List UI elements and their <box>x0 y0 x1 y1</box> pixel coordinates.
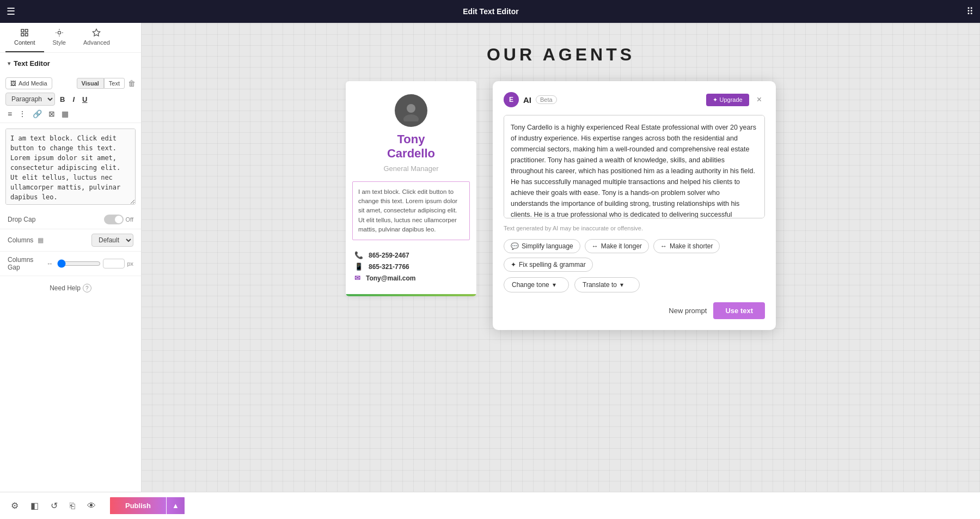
italic-button[interactable]: I <box>70 94 77 105</box>
fix-spelling-button[interactable]: ✦ Fix spelling & grammar <box>504 258 593 272</box>
ai-beta-badge: Beta <box>536 95 557 104</box>
new-prompt-button[interactable]: New prompt <box>669 307 707 315</box>
tabs-row: Content Style Advanced <box>0 23 141 53</box>
change-tone-arrow: ▾ <box>553 281 556 289</box>
settings-icon-button[interactable]: ⚙ <box>8 497 22 514</box>
add-media-button[interactable]: 🖼 Add Media <box>5 77 52 89</box>
publish-button[interactable]: Publish <box>110 497 166 514</box>
bold-button[interactable]: B <box>57 94 68 105</box>
history-icon-button[interactable]: ↺ <box>47 497 61 514</box>
hamburger-icon[interactable]: ☰ <box>7 5 15 17</box>
canvas-area: OUR AGENTS Tony Cardello Genera <box>142 23 980 492</box>
ai-text-area[interactable]: Tony Cardello is a highly experienced Re… <box>504 115 765 218</box>
columns-label: Columns <box>8 236 33 244</box>
agent-name: Tony Cardello <box>387 132 435 161</box>
page-title: Edit Text Editor <box>21 7 961 16</box>
drop-cap-label: Drop Cap <box>8 216 100 223</box>
underline-button[interactable]: U <box>79 94 90 105</box>
agent-phone2: 📱 865-321-7766 <box>354 262 468 271</box>
make-shorter-button[interactable]: ↔ Make it shorter <box>653 239 720 253</box>
svg-rect-0 <box>21 29 24 32</box>
agent-contacts: 📞 865-259-2467 📱 865-321-7766 ✉ Tony@mai… <box>346 247 476 294</box>
ai-panel-header: E AI Beta ✦ Upgrade × <box>504 92 765 107</box>
email-icon: ✉ <box>354 274 360 282</box>
use-text-button[interactable]: Use text <box>713 302 765 319</box>
agent-phone1: 📞 865-259-2467 <box>354 251 468 259</box>
agent-text-block[interactable]: I am text block. Click edit button to ch… <box>352 181 470 240</box>
columns-gap-slider[interactable] <box>57 259 101 268</box>
drop-cap-toggle[interactable]: Off <box>104 215 133 224</box>
drop-cap-row: Drop Cap Off <box>0 210 141 229</box>
preview-icon-button[interactable]: 👁 <box>84 498 99 514</box>
ai-dropdown-row: Change tone ▾ Translate to ▾ <box>504 277 765 292</box>
tab-style[interactable]: Style <box>44 23 75 52</box>
card-bottom-bar <box>346 294 476 296</box>
layers-icon-button[interactable]: ◧ <box>27 497 42 514</box>
translate-to-label: Translate to <box>583 281 617 289</box>
need-help-row[interactable]: Need Help ? <box>0 276 141 300</box>
agent-title: General Manager <box>383 164 438 173</box>
change-tone-label: Change tone <box>512 281 549 289</box>
left-panel: Content Style Advanced ▾ Text Editor 🖼 A… <box>0 23 142 492</box>
ai-close-button[interactable]: × <box>754 94 765 106</box>
main-area: Content Style Advanced ▾ Text Editor 🖼 A… <box>0 23 980 492</box>
columns-select[interactable]: Default <box>91 234 133 247</box>
longer-icon: ↔ <box>592 242 598 250</box>
ai-footer: New prompt Use text <box>504 302 765 319</box>
view-toggle: Visual Text <box>77 78 125 89</box>
list-ul-button[interactable]: ≡ <box>5 108 14 119</box>
translate-to-dropdown[interactable]: Translate to ▾ <box>574 277 640 292</box>
ai-disclaimer: Text generated by AI may be inaccurate o… <box>504 225 765 231</box>
columns-gap-input[interactable] <box>103 259 125 268</box>
ai-action-row: 💬 Simplify language ↔ Make it longer ↔ M… <box>504 239 765 272</box>
trash-button[interactable]: 🗑 <box>128 79 136 88</box>
tab-content[interactable]: Content <box>5 23 44 52</box>
shorter-icon: ↔ <box>660 242 667 250</box>
section-title: Text Editor <box>14 59 50 68</box>
ai-panel: E AI Beta ✦ Upgrade × Tony Cardello is a… <box>493 81 776 330</box>
agent-email: ✉ Tony@mail.com <box>354 274 468 282</box>
help-icon: ? <box>83 284 91 292</box>
tab-advanced[interactable]: Advanced <box>75 23 119 52</box>
table-button[interactable]: ▦ <box>59 108 71 119</box>
navigator-icon-button[interactable]: ⎗ <box>66 498 78 514</box>
bottom-toolbar: ⚙ ◧ ↺ ⎗ 👁 Publish ▲ <box>0 492 980 519</box>
publish-group: Publish ▲ <box>110 496 185 516</box>
publish-chevron-button[interactable]: ▲ <box>167 497 185 514</box>
ai-name-label: AI <box>523 95 531 105</box>
unlink-button[interactable]: ⊠ <box>46 108 57 119</box>
svg-point-6 <box>403 114 419 121</box>
list-ol-button[interactable]: ⋮ <box>16 108 28 119</box>
phone2-icon: 📱 <box>354 262 363 271</box>
columns-icon: ▦ <box>38 236 44 244</box>
drop-cap-state: Off <box>126 216 133 223</box>
columns-gap-label: Columns Gap <box>8 256 42 271</box>
paragraph-select[interactable]: Paragraph <box>5 93 55 106</box>
section-arrow: ▾ <box>8 60 10 66</box>
svg-rect-2 <box>21 33 24 36</box>
agent-avatar <box>395 94 427 127</box>
columns-gap-icon: ↔ <box>46 260 53 267</box>
section-header[interactable]: ▾ Text Editor <box>0 53 141 74</box>
svg-rect-1 <box>26 29 28 32</box>
phone1-icon: 📞 <box>354 251 363 259</box>
make-longer-button[interactable]: ↔ Make it longer <box>585 239 649 253</box>
simplify-language-button[interactable]: 💬 Simplify language <box>504 239 580 253</box>
svg-point-4 <box>58 31 60 34</box>
text-editor-area[interactable]: I am text block. Click edit button to ch… <box>5 129 136 205</box>
editor-toolbar: 🖼 Add Media Visual Text 🗑 Paragraph B I … <box>0 74 141 123</box>
need-help-label: Need Help <box>50 284 81 292</box>
agent-cards-row: Tony Cardello General Manager I am text … <box>346 81 776 330</box>
ai-logo: E <box>504 92 519 107</box>
columns-gap-row: Columns Gap ↔ px <box>0 252 141 276</box>
columns-row: Columns ▦ Default <box>0 229 141 252</box>
svg-rect-3 <box>26 33 28 36</box>
text-view-button[interactable]: Text <box>104 78 125 89</box>
grid-icon[interactable]: ⠿ <box>966 5 973 17</box>
change-tone-dropdown[interactable]: Change tone ▾ <box>504 277 569 292</box>
ai-upgrade-button[interactable]: ✦ Upgrade <box>706 94 749 106</box>
visual-view-button[interactable]: Visual <box>77 78 104 89</box>
link-button[interactable]: 🔗 <box>30 108 44 119</box>
section-heading: OUR AGENTS <box>487 45 635 65</box>
columns-gap-unit: px <box>127 260 133 267</box>
